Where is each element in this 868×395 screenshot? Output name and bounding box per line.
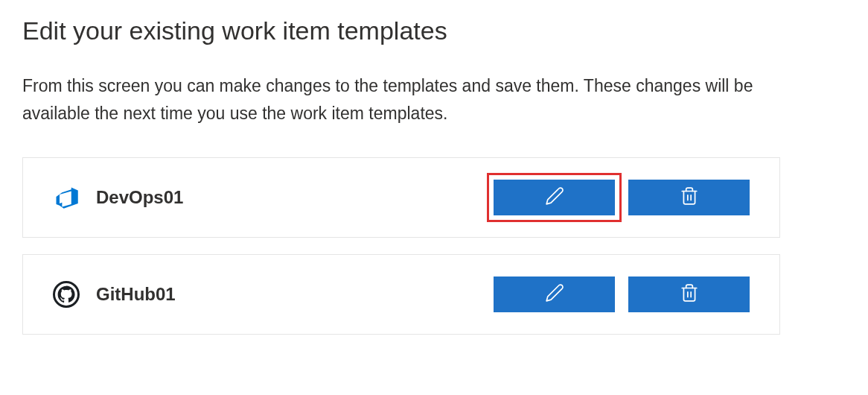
edit-button[interactable] — [494, 180, 615, 215]
template-actions — [494, 276, 750, 312]
delete-button[interactable] — [628, 276, 750, 312]
template-row-left: DevOps01 — [53, 184, 183, 211]
delete-button[interactable] — [628, 180, 750, 215]
trash-icon — [680, 283, 699, 305]
template-actions — [494, 180, 750, 215]
template-name: GitHub01 — [96, 284, 176, 305]
page-description: From this screen you can make changes to… — [22, 72, 782, 127]
template-name: DevOps01 — [96, 187, 183, 208]
template-row: GitHub01 — [22, 254, 780, 335]
template-row-left: GitHub01 — [53, 281, 176, 308]
pencil-icon — [545, 186, 564, 208]
page-title: Edit your existing work item templates — [22, 16, 846, 45]
svg-point-2 — [54, 282, 79, 306]
edit-button[interactable] — [494, 276, 615, 312]
template-list: DevOps01 — [22, 157, 780, 335]
pencil-icon — [545, 283, 564, 305]
github-icon — [53, 281, 80, 308]
highlight-box — [487, 173, 622, 222]
template-row: DevOps01 — [22, 157, 780, 238]
azure-devops-icon — [53, 184, 80, 211]
trash-icon — [680, 186, 699, 208]
